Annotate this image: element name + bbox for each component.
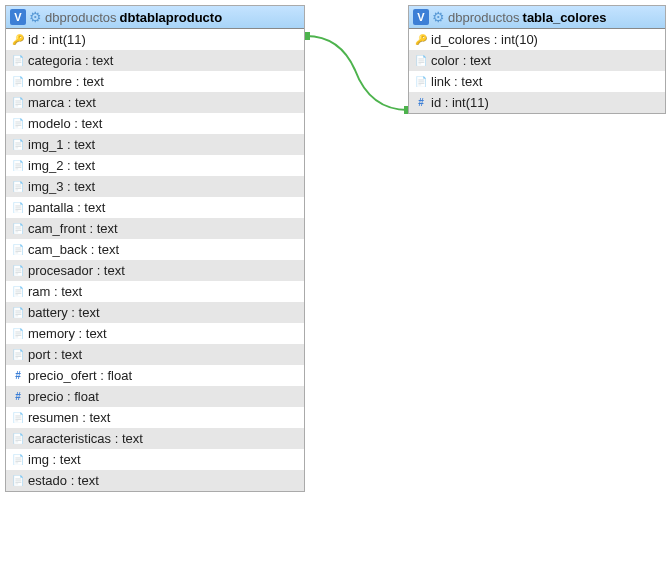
column-row[interactable]: 📄ram : text <box>6 281 304 302</box>
column-label: caracteristicas : text <box>28 431 143 446</box>
doc-icon: 📄 <box>12 412 24 424</box>
column-row[interactable]: 📄color : text <box>409 50 665 71</box>
doc-icon: 📄 <box>415 55 427 67</box>
column-label: precio : float <box>28 389 99 404</box>
column-label: precio_ofert : float <box>28 368 132 383</box>
table-header[interactable]: V ⚙ dbproductos tabla_colores <box>409 6 665 29</box>
column-row[interactable]: 📄procesador : text <box>6 260 304 281</box>
column-row[interactable]: 🔑id_colores : int(10) <box>409 29 665 50</box>
table-dbtablaproducto[interactable]: V ⚙ dbproductos dbtablaproducto 🔑id : in… <box>5 5 305 492</box>
column-row[interactable]: 📄img_2 : text <box>6 155 304 176</box>
gear-icon[interactable]: ⚙ <box>432 9 445 25</box>
hash-icon: # <box>415 97 427 109</box>
column-row[interactable]: 📄marca : text <box>6 92 304 113</box>
column-label: id : int(11) <box>28 32 86 47</box>
column-row[interactable]: 📄categoria : text <box>6 50 304 71</box>
doc-icon: 📄 <box>12 454 24 466</box>
column-row[interactable]: 📄img_1 : text <box>6 134 304 155</box>
column-label: cam_back : text <box>28 242 119 257</box>
column-label: id_colores : int(10) <box>431 32 538 47</box>
column-label: memory : text <box>28 326 107 341</box>
doc-icon: 📄 <box>12 76 24 88</box>
doc-icon: 📄 <box>12 97 24 109</box>
doc-icon: 📄 <box>12 118 24 130</box>
column-label: marca : text <box>28 95 96 110</box>
column-label: modelo : text <box>28 116 102 131</box>
column-label: pantalla : text <box>28 200 105 215</box>
column-row[interactable]: 📄resumen : text <box>6 407 304 428</box>
columns-list: 🔑id : int(11)📄categoria : text📄nombre : … <box>6 29 304 491</box>
doc-icon: 📄 <box>12 475 24 487</box>
doc-icon: 📄 <box>12 349 24 361</box>
column-label: battery : text <box>28 305 100 320</box>
hash-icon: # <box>12 370 24 382</box>
column-row[interactable]: 📄modelo : text <box>6 113 304 134</box>
doc-icon: 📄 <box>12 286 24 298</box>
column-label: id : int(11) <box>431 95 489 110</box>
column-row[interactable]: #precio : float <box>6 386 304 407</box>
column-row[interactable]: 📄cam_front : text <box>6 218 304 239</box>
column-label: resumen : text <box>28 410 110 425</box>
column-label: img_1 : text <box>28 137 95 152</box>
column-label: procesador : text <box>28 263 125 278</box>
column-label: categoria : text <box>28 53 113 68</box>
doc-icon: 📄 <box>12 55 24 67</box>
key-icon: 🔑 <box>12 34 24 46</box>
database-name: dbproductos <box>45 10 117 25</box>
column-row[interactable]: 📄img_3 : text <box>6 176 304 197</box>
doc-icon: 📄 <box>12 181 24 193</box>
column-label: nombre : text <box>28 74 104 89</box>
doc-icon: 📄 <box>12 328 24 340</box>
doc-icon: 📄 <box>12 139 24 151</box>
doc-icon: 📄 <box>12 265 24 277</box>
column-row[interactable]: 📄battery : text <box>6 302 304 323</box>
column-label: estado : text <box>28 473 99 488</box>
column-label: img_3 : text <box>28 179 95 194</box>
column-row[interactable]: 📄pantalla : text <box>6 197 304 218</box>
doc-icon: 📄 <box>12 433 24 445</box>
column-row[interactable]: 📄img : text <box>6 449 304 470</box>
key-icon: 🔑 <box>415 34 427 46</box>
database-name: dbproductos <box>448 10 520 25</box>
column-row[interactable]: 📄cam_back : text <box>6 239 304 260</box>
column-label: port : text <box>28 347 82 362</box>
column-label: img : text <box>28 452 81 467</box>
doc-icon: 📄 <box>415 76 427 88</box>
column-label: ram : text <box>28 284 82 299</box>
column-row[interactable]: 📄port : text <box>6 344 304 365</box>
column-row[interactable]: #precio_ofert : float <box>6 365 304 386</box>
table-name: tabla_colores <box>523 10 607 25</box>
doc-icon: 📄 <box>12 244 24 256</box>
column-label: link : text <box>431 74 482 89</box>
column-label: color : text <box>431 53 491 68</box>
hash-icon: # <box>12 391 24 403</box>
column-label: cam_front : text <box>28 221 118 236</box>
columns-list: 🔑id_colores : int(10)📄color : text📄link … <box>409 29 665 113</box>
table-name: dbtablaproducto <box>120 10 223 25</box>
column-row[interactable]: 📄nombre : text <box>6 71 304 92</box>
gear-icon[interactable]: ⚙ <box>29 9 42 25</box>
table-header[interactable]: V ⚙ dbproductos dbtablaproducto <box>6 6 304 29</box>
column-row[interactable]: #id : int(11) <box>409 92 665 113</box>
view-icon: V <box>413 9 429 25</box>
column-row[interactable]: 📄caracteristicas : text <box>6 428 304 449</box>
view-icon: V <box>10 9 26 25</box>
column-row[interactable]: 📄link : text <box>409 71 665 92</box>
doc-icon: 📄 <box>12 307 24 319</box>
column-row[interactable]: 📄estado : text <box>6 470 304 491</box>
table-tabla-colores[interactable]: V ⚙ dbproductos tabla_colores 🔑id_colore… <box>408 5 666 114</box>
doc-icon: 📄 <box>12 202 24 214</box>
column-label: img_2 : text <box>28 158 95 173</box>
doc-icon: 📄 <box>12 160 24 172</box>
column-row[interactable]: 🔑id : int(11) <box>6 29 304 50</box>
doc-icon: 📄 <box>12 223 24 235</box>
column-row[interactable]: 📄memory : text <box>6 323 304 344</box>
